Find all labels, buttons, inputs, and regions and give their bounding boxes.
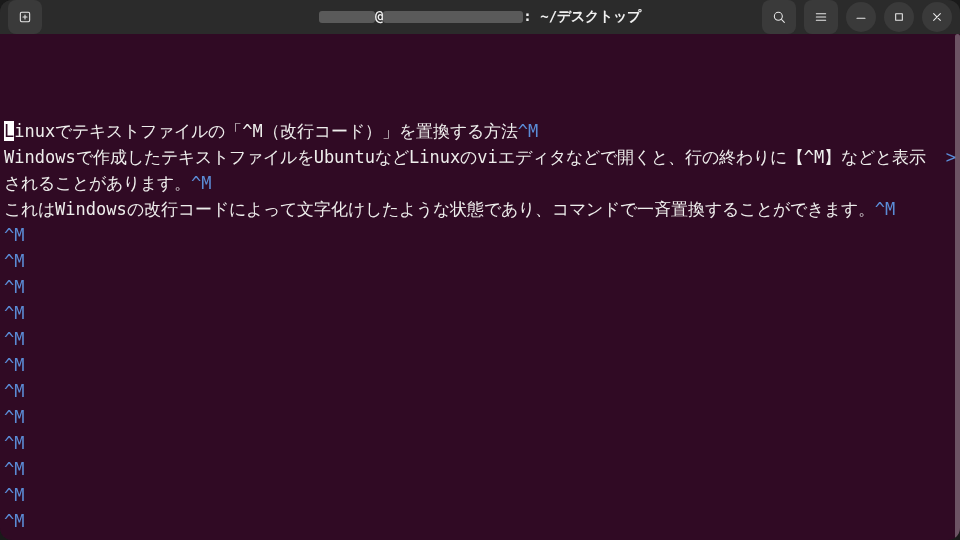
titlebar: @: ~/デスクトップ [0, 0, 960, 34]
terminal-window: @: ~/デスクトップ Linuxでテキストファイルの「^M（改行コード）」を置… [0, 0, 960, 540]
minimize-button[interactable] [846, 2, 876, 32]
terminal-viewport[interactable]: Linuxでテキストファイルの「^M（改行コード）」を置換する方法^MWindo… [0, 34, 960, 540]
menu-button[interactable] [804, 0, 838, 34]
svg-point-1 [774, 12, 782, 20]
svg-rect-2 [896, 14, 903, 21]
close-button[interactable] [922, 2, 952, 32]
new-tab-button[interactable] [8, 0, 42, 34]
maximize-button[interactable] [884, 2, 914, 32]
terminal-content: Linuxでテキストファイルの「^M（改行コード）」を置換する方法^MWindo… [4, 40, 956, 540]
scrollbar[interactable] [955, 34, 960, 540]
scrollbar-thumb[interactable] [955, 34, 960, 540]
search-button[interactable] [762, 0, 796, 34]
